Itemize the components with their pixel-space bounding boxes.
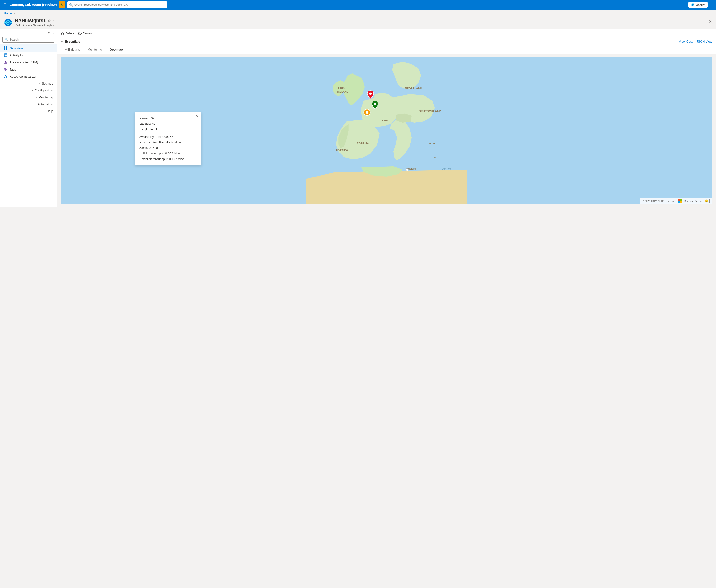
- algiers-marker: [406, 168, 408, 171]
- popup-close-button[interactable]: ✕: [196, 114, 199, 119]
- svg-text:Ro: Ro: [434, 156, 436, 159]
- map-smiley-icon[interactable]: 🙂: [704, 199, 710, 203]
- delete-button[interactable]: Delete: [61, 31, 75, 35]
- map-brand: Microsoft Azure: [684, 200, 702, 203]
- hamburger-menu[interactable]: ☰: [2, 2, 7, 8]
- refresh-icon: [78, 32, 82, 35]
- json-view-link[interactable]: JSON View: [696, 40, 712, 43]
- svg-rect-11: [4, 48, 5, 50]
- resource-subtitle: Radio Access Network Insights: [15, 24, 712, 27]
- sidebar-search[interactable]: 🔍: [2, 37, 55, 43]
- sidebar-search-input[interactable]: [9, 38, 52, 41]
- sidebar-item-overview[interactable]: Overview: [0, 44, 57, 51]
- svg-point-21: [6, 77, 7, 78]
- automation-chevron-icon: ›: [35, 103, 36, 105]
- svg-text:DEUTSCHLAND: DEUTSCHLAND: [418, 110, 442, 113]
- map-footer: ©2024 OSM ©2024 TomTom Microsoft Azure 🙂: [640, 198, 712, 204]
- popup-downlink: Downlink throughput: 0.197 Mb/s: [139, 156, 197, 162]
- svg-rect-10: [6, 46, 7, 48]
- breadcrumb-separator: ›: [14, 12, 15, 15]
- svg-point-40: [374, 103, 376, 105]
- sidebar-item-configuration[interactable]: › Configuration: [0, 87, 57, 94]
- sidebar-collapse-icon[interactable]: «: [53, 31, 55, 35]
- visualizer-icon: [4, 75, 7, 78]
- microsoft-logo: [678, 199, 682, 203]
- essentials-label: Essentials: [65, 40, 80, 43]
- popup-name: Name: 102: [139, 115, 197, 121]
- breadcrumb: Home ›: [0, 9, 716, 17]
- main-layout: ⊕ « 🔍 Overview Activity log Access contr…: [0, 29, 716, 207]
- svg-point-19: [5, 75, 6, 76]
- svg-text:PORTUGAL: PORTUGAL: [336, 149, 350, 152]
- map-container[interactable]: ÉIRE / IRELAND NEDERLAND DEUTSCHLAND ESP…: [61, 57, 712, 204]
- sidebar-item-label: Configuration: [35, 89, 53, 92]
- sidebar-item-settings[interactable]: › Settings: [0, 80, 57, 87]
- svg-text:ÉIRE /: ÉIRE /: [338, 87, 345, 90]
- tags-icon: [4, 67, 7, 71]
- sidebar-item-label: Overview: [9, 46, 23, 50]
- svg-rect-43: [678, 199, 680, 201]
- popup-health: Health status: Partially healthy: [139, 140, 197, 145]
- svg-text:IRELAND: IRELAND: [337, 90, 348, 93]
- essentials-chevron-icon[interactable]: ∨: [61, 40, 63, 43]
- iam-icon: [4, 60, 7, 64]
- global-search-input[interactable]: [75, 3, 165, 6]
- view-cost-link[interactable]: View Cost: [679, 40, 693, 43]
- sidebar-item-label: Activity log: [9, 54, 24, 57]
- svg-text:Paris: Paris: [382, 119, 388, 122]
- delete-icon: [61, 32, 64, 35]
- copilot-button[interactable]: Copilot: [689, 2, 708, 7]
- org-name: Contoso, Ltd. Azure (Preview): [9, 3, 57, 7]
- popup-uplink: Uplink throughput: 0.002 Mb/s: [139, 151, 197, 156]
- sidebar-item-iam[interactable]: Access control (IAM): [0, 59, 57, 66]
- resource-title: RANInsights1 ☆ ···: [15, 18, 712, 23]
- svg-line-22: [4, 76, 6, 77]
- svg-rect-44: [680, 199, 681, 201]
- sidebar-top-icons: ⊕ «: [0, 31, 57, 36]
- sidebar-item-label: Help: [46, 109, 53, 113]
- tab-geo-map[interactable]: Geo map: [106, 45, 127, 54]
- svg-text:NEDERLAND: NEDERLAND: [405, 87, 422, 90]
- svg-rect-46: [680, 201, 681, 203]
- popup-latitude: Latitude: 49: [139, 121, 197, 126]
- sidebar-pin-icon[interactable]: ⊕: [48, 31, 50, 35]
- tab-mie-details[interactable]: MIE details: [61, 45, 84, 54]
- favorite-star-icon[interactable]: ☆: [48, 19, 51, 23]
- sidebar-item-monitoring[interactable]: › Monitoring: [0, 94, 57, 101]
- map-popup: ✕ Name: 102 Latitude: 49 Longitude: -1 A…: [135, 112, 201, 165]
- sidebar-item-label: Monitoring: [39, 96, 53, 99]
- sidebar-item-label: Settings: [42, 82, 53, 85]
- bug-icon: 🐛: [59, 1, 65, 8]
- close-button[interactable]: ✕: [709, 19, 712, 24]
- sidebar-item-help[interactable]: › Help: [0, 108, 57, 114]
- resource-header: RANInsights1 ☆ ··· Radio Access Network …: [0, 17, 716, 29]
- popup-availability: Availability rate: 82.92 %: [139, 134, 197, 140]
- sidebar-search-icon: 🔍: [4, 38, 8, 41]
- sidebar-item-visualizer[interactable]: Resource visualizer: [0, 73, 57, 80]
- svg-text:ESPAÑA: ESPAÑA: [356, 142, 369, 145]
- global-search-bar[interactable]: 🔍: [67, 1, 167, 8]
- title-actions: ☆ ···: [48, 19, 56, 23]
- svg-point-42: [366, 111, 368, 114]
- svg-line-23: [6, 76, 7, 77]
- sidebar: ⊕ « 🔍 Overview Activity log Access contr…: [0, 29, 57, 207]
- home-breadcrumb[interactable]: Home: [4, 12, 12, 15]
- map-pin-orange-group: [364, 109, 370, 115]
- svg-point-4: [7, 22, 9, 23]
- svg-rect-45: [678, 201, 680, 203]
- sidebar-item-activity-log[interactable]: Activity log: [0, 51, 57, 59]
- more-options-icon[interactable]: ···: [710, 2, 714, 7]
- essentials-right-links: View Cost JSON View: [679, 40, 712, 43]
- refresh-button[interactable]: Refresh: [78, 31, 94, 35]
- more-options-title-icon[interactable]: ···: [53, 19, 56, 23]
- right-panel: Delete Refresh ∨ Essentials View Cost JS…: [57, 29, 716, 207]
- svg-rect-25: [62, 32, 63, 33]
- configuration-chevron-icon: ›: [32, 89, 33, 92]
- settings-chevron-icon: ›: [39, 82, 40, 85]
- sidebar-item-label: Automation: [37, 102, 53, 106]
- sidebar-item-automation[interactable]: › Automation: [0, 101, 57, 108]
- svg-point-18: [5, 69, 5, 69]
- tab-monitoring[interactable]: Monitoring: [84, 45, 106, 54]
- svg-point-20: [4, 77, 5, 78]
- sidebar-item-tags[interactable]: Tags: [0, 66, 57, 73]
